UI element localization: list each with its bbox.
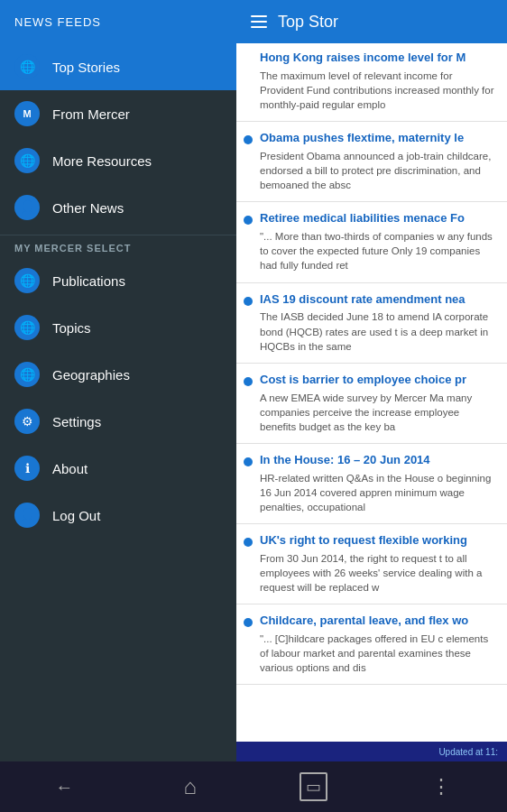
- news-item-uk-flexible[interactable]: UK's right to request flexible workingFr…: [236, 524, 507, 604]
- status-bar-text: Updated at 11:: [438, 747, 498, 757]
- news-text-obama-flextime: Obama pushes flextime, maternity lePresi…: [260, 131, 498, 192]
- sidebar-header-title: NEWS FEEDS: [14, 15, 101, 29]
- sidebar-item-label: About: [52, 461, 88, 476]
- news-snippet-obama-flextime: President Obama announced a job-train ch…: [260, 149, 498, 192]
- news-text-cost-barrier: Cost is barrier to employee choice prA n…: [260, 373, 498, 434]
- globe-icon: 🌐: [14, 54, 40, 79]
- news-title-hk-income: Hong Kong raises income level for M: [260, 51, 498, 66]
- news-snippet-uk-flexible: From 30 Jun 2014, the right to request t…: [260, 551, 498, 595]
- hamburger-line-1: [251, 15, 267, 17]
- news-title-obama-flextime: Obama pushes flextime, maternity le: [260, 131, 498, 146]
- news-snippet-ias-discount: The IASB decided June 18 to amend IA cor…: [260, 309, 498, 353]
- news-dot: [244, 538, 253, 547]
- news-text-in-the-house: In the House: 16 – 20 Jun 2014HR-related…: [260, 453, 498, 514]
- sidebar-item-publications[interactable]: 🌐 Publications: [0, 257, 236, 304]
- news-text-uk-flexible: UK's right to request flexible workingFr…: [260, 533, 498, 595]
- news-dot: [244, 297, 253, 306]
- news-title-uk-flexible: UK's right to request flexible working: [260, 533, 498, 549]
- geographies-icon: 🌐: [14, 362, 40, 387]
- news-text-ias-discount: IAS 19 discount rate amendment neaThe IA…: [260, 292, 498, 354]
- info-icon: ℹ: [14, 456, 40, 481]
- sidebar-item-geographies[interactable]: 🌐 Geographies: [0, 351, 236, 398]
- top-bar-page-title: Top Stor: [278, 13, 338, 32]
- person-icon: 👤: [14, 195, 40, 220]
- news-item-ias-discount[interactable]: IAS 19 discount rate amendment neaThe IA…: [236, 283, 507, 364]
- topics-icon: 🌐: [14, 315, 40, 340]
- sidebar-item-label: Other News: [52, 200, 124, 216]
- main-content: 🌐 Top Stories M From Mercer 🌐 More Resou…: [0, 43, 507, 761]
- news-snippet-in-the-house: HR-related written Q&As in the House o b…: [260, 471, 498, 514]
- sidebar-item-log-out[interactable]: 👤 Log Out: [0, 492, 236, 539]
- status-bar: Updated at 11:: [236, 742, 507, 761]
- news-list: Hong Kong raises income level for MThe m…: [236, 43, 507, 742]
- sidebar-item-settings[interactable]: ⚙ Settings: [0, 398, 236, 445]
- news-title-ias-discount: IAS 19 discount rate amendment nea: [260, 292, 498, 308]
- publications-icon: 🌐: [14, 268, 40, 293]
- sidebar-item-label: Settings: [52, 414, 101, 429]
- logout-icon: 👤: [14, 503, 40, 528]
- news-title-cost-barrier: Cost is barrier to employee choice pr: [260, 373, 498, 388]
- news-dot: [244, 216, 253, 225]
- sidebar-item-topics[interactable]: 🌐 Topics: [0, 304, 236, 351]
- recent-apps-button[interactable]: ▭: [300, 772, 327, 801]
- news-dot: [244, 135, 253, 144]
- sidebar-item-other-news[interactable]: 👤 Other News: [0, 184, 236, 231]
- right-panel: Hong Kong raises income level for MThe m…: [236, 43, 507, 761]
- news-dot: [244, 618, 253, 627]
- back-button[interactable]: ←: [48, 770, 80, 805]
- globe-icon-2: 🌐: [14, 148, 40, 173]
- sidebar-item-label: From Mercer: [52, 106, 130, 122]
- sidebar: 🌐 Top Stories M From Mercer 🌐 More Resou…: [0, 43, 236, 761]
- news-snippet-retiree-medical: "... More than two-thirds of companies w…: [260, 229, 498, 272]
- news-dot: [244, 377, 253, 386]
- news-item-in-the-house[interactable]: In the House: 16 – 20 Jun 2014HR-related…: [236, 444, 507, 524]
- sidebar-item-label: Log Out: [52, 508, 100, 523]
- home-button[interactable]: ⌂: [177, 767, 205, 807]
- news-snippet-childcare: "... [C]hildcare packages offered in EU …: [260, 632, 498, 675]
- settings-icon: ⚙: [14, 409, 40, 434]
- my-mercer-section-label: MY MERCER SELECT: [0, 235, 236, 257]
- news-dot: [244, 457, 253, 466]
- more-options-button[interactable]: ⋮: [424, 768, 459, 806]
- news-item-childcare[interactable]: Childcare, parental leave, and flex wo".…: [236, 604, 507, 685]
- top-bar: NEWS FEEDS Top Stor: [0, 0, 507, 43]
- sidebar-item-more-resources[interactable]: 🌐 More Resources: [0, 137, 236, 184]
- sidebar-item-label: Top Stories: [52, 60, 120, 75]
- hamburger-line-3: [251, 26, 267, 28]
- news-item-obama-flextime[interactable]: Obama pushes flextime, maternity lePresi…: [236, 122, 507, 202]
- top-bar-left: NEWS FEEDS: [0, 15, 236, 29]
- hamburger-menu-button[interactable]: [251, 15, 267, 28]
- sidebar-item-about[interactable]: ℹ About: [0, 445, 236, 492]
- news-item-cost-barrier[interactable]: Cost is barrier to employee choice prA n…: [236, 364, 507, 444]
- news-item-retiree-medical[interactable]: Retiree medical liabilities menace Fo"..…: [236, 202, 507, 282]
- sidebar-item-label: More Resources: [52, 153, 152, 169]
- top-bar-right: Top Stor: [236, 13, 507, 32]
- news-title-childcare: Childcare, parental leave, and flex wo: [260, 614, 498, 629]
- sidebar-item-from-mercer[interactable]: M From Mercer: [0, 90, 236, 137]
- news-snippet-hk-income: The maximum level of relevant income for…: [260, 69, 498, 112]
- sidebar-item-label: Geographies: [52, 367, 130, 383]
- sidebar-item-top-stories[interactable]: 🌐 Top Stories: [0, 43, 236, 90]
- news-title-retiree-medical: Retiree medical liabilities menace Fo: [260, 211, 498, 226]
- mercer-icon: M: [14, 101, 40, 126]
- news-title-in-the-house: In the House: 16 – 20 Jun 2014: [260, 453, 498, 468]
- news-snippet-cost-barrier: A new EMEA wide survey by Mercer Ma many…: [260, 391, 498, 434]
- news-text-retiree-medical: Retiree medical liabilities menace Fo"..…: [260, 211, 498, 272]
- hamburger-line-2: [251, 21, 267, 23]
- news-text-childcare: Childcare, parental leave, and flex wo".…: [260, 614, 498, 675]
- sidebar-item-label: Topics: [52, 320, 91, 336]
- news-item-hk-income[interactable]: Hong Kong raises income level for MThe m…: [236, 43, 507, 122]
- sidebar-item-label: Publications: [52, 273, 125, 289]
- bottom-nav: ← ⌂ ▭ ⋮: [0, 761, 507, 812]
- news-text-hk-income: Hong Kong raises income level for MThe m…: [260, 51, 498, 112]
